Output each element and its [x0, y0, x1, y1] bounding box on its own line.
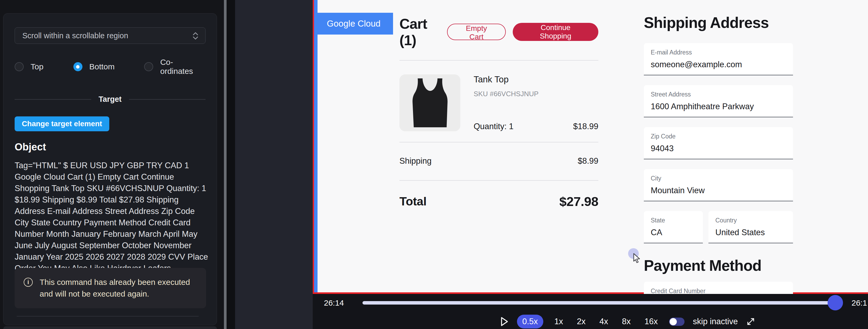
brand-badge: Google Cloud [314, 13, 393, 35]
gutter [226, 0, 235, 329]
command-type-value: Scroll within a scrollable region [22, 31, 128, 40]
product-price: $18.99 [573, 122, 598, 131]
execution-notice-text: This command has already been executed a… [40, 276, 197, 300]
checkout-section: Shipping Address E-mail Address someone@… [644, 0, 793, 314]
state-field[interactable]: State CA [644, 211, 703, 243]
chevron-up-down-icon [192, 31, 199, 41]
object-heading: Object [14, 141, 206, 153]
product-image-tank-top [399, 74, 460, 131]
radio-coordinates[interactable]: Co-ordinates [144, 58, 206, 76]
skip-inactive-label: skip inactive [693, 317, 738, 326]
country-field-value: United States [715, 228, 786, 237]
timeline-track[interactable] [363, 301, 836, 304]
cart-item-row: Tank Top SKU #66VCHSJNUP Quantity: 1 $18… [399, 74, 598, 131]
shipping-address-heading: Shipping Address [644, 14, 793, 31]
credit-card-field-label: Credit Card Number [651, 288, 786, 295]
radio-top[interactable]: Top [14, 62, 73, 71]
play-button[interactable] [500, 317, 508, 327]
replayed-webpage: Google Cloud Cart (1) Empty Cart Continu… [313, 0, 868, 294]
country-field[interactable]: Country United States [708, 211, 793, 243]
command-type-select[interactable]: Scroll within a scrollable region [14, 27, 206, 44]
city-field-label: City [651, 175, 786, 182]
speed-4x-button[interactable]: 4x [597, 315, 611, 328]
end-time: 26:1 [851, 298, 867, 307]
street-field[interactable]: Street Address 1600 Amphitheatre Parkway [644, 85, 793, 118]
continue-shopping-button[interactable]: Continue Shopping [513, 23, 598, 41]
radio-bottom[interactable]: Bottom [73, 62, 145, 71]
speed-0.5x-button[interactable]: 0.5x [517, 315, 543, 328]
radio-top-label: Top [31, 62, 43, 71]
sidebar-divider [17, 316, 199, 317]
fullscreen-button[interactable] [746, 317, 755, 326]
speed-16x-button[interactable]: 16x [642, 315, 660, 328]
current-time: 26:14 [324, 298, 344, 307]
shipping-value: $8.99 [578, 156, 598, 166]
target-highlight-edge [314, 0, 317, 292]
radio-coordinates-circle[interactable] [144, 62, 153, 71]
state-field-value: CA [651, 228, 696, 237]
cart-section: Cart (1) Empty Cart Continue Shopping Ta… [399, 15, 598, 209]
radio-coordinates-label: Co-ordinates [160, 58, 206, 76]
panel-resizer-handle[interactable] [224, 0, 226, 329]
target-section-divider: Target [14, 95, 206, 104]
empty-cart-button[interactable]: Empty Cart [447, 24, 506, 40]
zip-field-value: 94043 [651, 144, 786, 153]
execution-notice: i This command has already been executed… [14, 268, 206, 308]
payment-method-heading: Payment Method [644, 257, 793, 274]
info-icon: i [24, 278, 33, 287]
speed-8x-button[interactable]: 8x [619, 315, 633, 328]
shipping-label: Shipping [399, 156, 432, 166]
player-bar: 26:14 26:1 0.5x 1x 2x 4x 8x 16x skip ina… [313, 294, 868, 329]
street-field-value: 1600 Amphitheatre Parkway [651, 102, 786, 111]
target-section-label: Target [99, 95, 122, 104]
divider-line [14, 99, 91, 100]
product-quantity: Quantity: 1 [474, 122, 514, 131]
email-field[interactable]: E-mail Address someone@example.com [644, 43, 793, 75]
change-target-button[interactable]: Change target element [14, 117, 109, 131]
zip-field-label: Zip Code [651, 133, 786, 140]
replay-viewer: Scroll within a scrollable region Top Bo… [0, 0, 868, 329]
scroll-position-radios: Top Bottom Co-ordinates [14, 58, 206, 76]
street-field-label: Street Address [651, 91, 786, 98]
speed-2x-button[interactable]: 2x [574, 315, 588, 328]
skip-inactive-toggle[interactable] [669, 318, 684, 326]
zip-field[interactable]: Zip Code 94043 [644, 127, 793, 160]
total-label: Total [399, 195, 427, 208]
timeline-scrubber-handle[interactable] [828, 295, 843, 310]
speed-1x-button[interactable]: 1x [552, 315, 566, 328]
radio-bottom-circle[interactable] [73, 62, 83, 71]
divider-line [129, 99, 206, 100]
product-name: Tank Top [474, 74, 598, 85]
divider [399, 60, 598, 61]
toggle-knob [670, 318, 677, 325]
cart-title: Cart (1) [399, 15, 447, 48]
radio-bottom-label: Bottom [89, 62, 115, 71]
city-field-value: Mountain View [651, 186, 786, 195]
product-sku: SKU #66VCHSJNUP [474, 90, 598, 98]
country-field-label: Country [715, 217, 786, 224]
email-field-label: E-mail Address [651, 49, 786, 56]
playback-controls: 0.5x 1x 2x 4x 8x 16x skip inactive [500, 315, 755, 328]
radio-top-circle[interactable] [14, 62, 24, 71]
state-field-label: State [651, 217, 696, 224]
command-panel: Scroll within a scrollable region Top Bo… [3, 13, 217, 325]
email-field-value: someone@example.com [651, 60, 786, 69]
viewport-margin-panel [235, 0, 313, 329]
total-value: $27.98 [559, 194, 598, 209]
next-section-strip [3, 326, 217, 329]
city-field[interactable]: City Mountain View [644, 169, 793, 201]
